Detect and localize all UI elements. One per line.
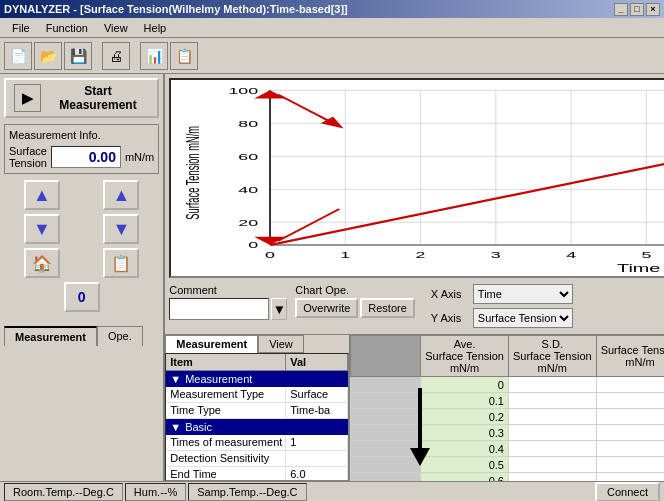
tree-row: Times of measurement 1 (166, 435, 348, 451)
start-icon: ▶ (14, 84, 41, 112)
th-comment (351, 336, 421, 377)
tree-col-val: Val (286, 354, 348, 370)
table-row: 0 (351, 377, 664, 393)
menu-function[interactable]: Function (38, 20, 96, 36)
tab-measurement[interactable]: Measurement (4, 326, 97, 346)
nav-zero[interactable]: 0 (64, 282, 100, 312)
tree-row: Measurement Type Surface (166, 387, 348, 403)
table-row: 0.1 (351, 393, 664, 409)
minimize-btn[interactable]: _ (614, 3, 628, 16)
svg-text:5: 5 (642, 250, 652, 260)
table-cell (508, 409, 596, 425)
svg-text:100: 100 (229, 86, 259, 96)
x-axis-row: X Axis Time (431, 284, 573, 304)
data-tabs: Measurement View (165, 335, 349, 353)
data-table-wrap[interactable]: Ave.Surface TensionmN/m S.D.Surface Tens… (350, 335, 664, 481)
tension-unit: mN/m (125, 151, 154, 163)
y-axis-row: Y Axis Surface Tension (431, 308, 573, 328)
th-sd-unit: mN/m (538, 362, 567, 374)
svg-text:2: 2 (416, 250, 426, 260)
comment-label: Comment (169, 284, 287, 296)
comment-dropdown[interactable]: ▼ (271, 298, 287, 320)
status-hum: Hum.--% (125, 483, 186, 501)
right-panel: 100 80 60 40 20 0 0 1 2 3 4 5 6 7 8 9 10… (165, 74, 664, 481)
axis-controls: X Axis Time Y Axis Surface Tension (431, 284, 573, 328)
left-tabs: Measurement Ope. (4, 326, 159, 346)
tb-new[interactable]: 📄 (4, 42, 32, 70)
data-right: Ave.Surface TensionmN/m S.D.Surface Tens… (350, 335, 664, 481)
table-cell (596, 473, 664, 482)
tb-print[interactable]: 🖨 (102, 42, 130, 70)
status-room-temp: Room.Temp.--Deg.C (4, 483, 123, 501)
nav-buttons: ▲ ▲ ▼ ▼ 🏠 📋 0 (4, 180, 159, 312)
data-tab-measurement[interactable]: Measurement (165, 335, 258, 353)
chart-ops: Chart Ope. Overwrite Restore (295, 284, 415, 318)
chart-svg: 100 80 60 40 20 0 0 1 2 3 4 5 6 7 8 9 10… (171, 80, 664, 276)
tb-open[interactable]: 📂 (34, 42, 62, 70)
title-bar: DYNALYZER - [Surface Tension(Wilhelmy Me… (0, 0, 664, 18)
table-cell (508, 393, 596, 409)
tree-cell-item: End Time (166, 467, 286, 481)
table-cell (508, 377, 596, 393)
tree-cell-val: 1 (286, 435, 348, 450)
nav-up-right[interactable]: ▲ (103, 180, 139, 210)
menu-file[interactable]: File (4, 20, 38, 36)
table-header-row: Ave.Surface TensionmN/m S.D.Surface Tens… (351, 336, 664, 377)
tree-cell-item: Detection Sensitivity (166, 451, 286, 466)
tb-save[interactable]: 💾 (64, 42, 92, 70)
data-tab-view[interactable]: View (258, 335, 304, 353)
y-axis-select[interactable]: Surface Tension (473, 308, 573, 328)
tab-ope[interactable]: Ope. (97, 326, 143, 346)
tension-value: 0.00 (51, 146, 121, 168)
th-st: Surface TensionmN/m (596, 336, 664, 377)
table-row: 0.4 (351, 441, 664, 457)
chart-ops-label: Chart Ope. (295, 284, 415, 296)
main-container: ▶ Start Measurement Measurement Info. Su… (0, 74, 664, 481)
comment-input[interactable] (169, 298, 269, 320)
table-cell: 0.3 (421, 425, 509, 441)
x-axis-select[interactable]: Time (473, 284, 573, 304)
tb-chart[interactable]: 📊 (140, 42, 168, 70)
nav-copy[interactable]: 📋 (103, 248, 139, 278)
th-sd-sub: Surface Tension (513, 350, 592, 362)
svg-text:Surface Tension  mN/m: Surface Tension mN/m (183, 126, 203, 220)
menu-help[interactable]: Help (136, 20, 175, 36)
table-cell (508, 473, 596, 482)
surface-tension-label: SurfaceTension (9, 145, 47, 169)
connect-button[interactable]: Connect (595, 482, 660, 502)
table-cell: 0.2 (421, 409, 509, 425)
data-area: Measurement View Item Val ▼ Measurement … (165, 334, 664, 481)
start-button-label: Start Measurement (47, 84, 150, 112)
nav-down-left[interactable]: ▼ (24, 214, 60, 244)
title-buttons: _ □ × (614, 3, 660, 16)
maximize-btn[interactable]: □ (630, 3, 644, 16)
table-cell: 0.4 (421, 441, 509, 457)
table-cell (596, 377, 664, 393)
nav-down-right[interactable]: ▼ (103, 214, 139, 244)
tree-section-measurement: ▼ Measurement (166, 371, 348, 387)
toolbar: 📄 📂 💾 🖨 📊 📋 (0, 38, 664, 74)
tb-report[interactable]: 📋 (170, 42, 198, 70)
controls-row: Comment ▼ Chart Ope. Overwrite Restore X… (165, 282, 664, 334)
left-panel: ▶ Start Measurement Measurement Info. Su… (0, 74, 165, 481)
table-row: 0.2 (351, 409, 664, 425)
svg-marker-41 (254, 90, 286, 98)
status-samp-temp: Samp.Temp.--Deg.C (188, 483, 306, 501)
title-text: DYNALYZER - [Surface Tension(Wilhelmy Me… (4, 3, 348, 15)
svg-text:20: 20 (239, 218, 259, 228)
th-ave: Ave.Surface TensionmN/m (421, 336, 509, 377)
tree-cell-val: Time-ba (286, 403, 348, 418)
menu-view[interactable]: View (96, 20, 136, 36)
close-btn[interactable]: × (646, 3, 660, 16)
table-row: 0.3 (351, 425, 664, 441)
table-cell (596, 425, 664, 441)
start-measurement-button[interactable]: ▶ Start Measurement (4, 78, 159, 118)
table-cell: 0 (421, 377, 509, 393)
table-cell (596, 393, 664, 409)
table-cell (508, 425, 596, 441)
overwrite-btn[interactable]: Overwrite (295, 298, 358, 318)
nav-up-left[interactable]: ▲ (24, 180, 60, 210)
nav-home[interactable]: 🏠 (24, 248, 60, 278)
tree-row: Detection Sensitivity (166, 451, 348, 467)
restore-btn[interactable]: Restore (360, 298, 415, 318)
